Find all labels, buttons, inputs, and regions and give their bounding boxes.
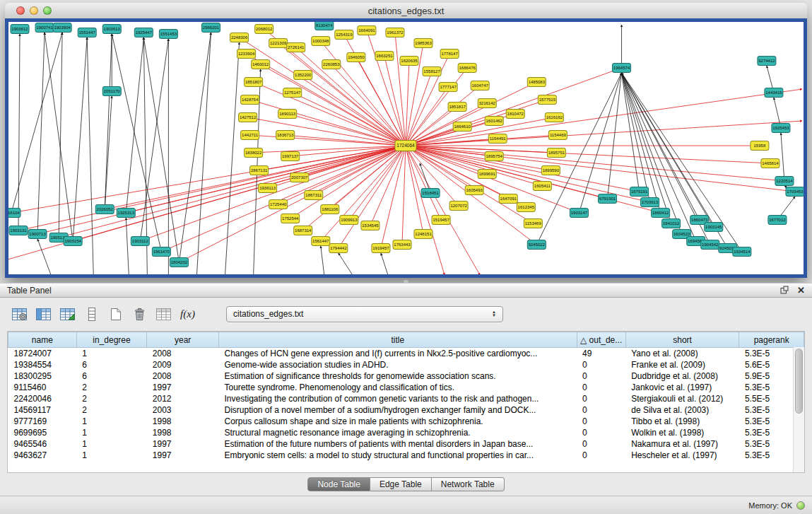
graph-edge[interactable] <box>579 73 621 213</box>
graph-node[interactable]: 1605411 <box>533 182 551 191</box>
graph-node[interactable]: 1836713 <box>276 131 295 140</box>
graph-node[interactable]: 1925313 <box>117 209 135 218</box>
graph-node[interactable]: 1352200 <box>294 71 312 80</box>
graph-edge[interactable] <box>18 34 20 230</box>
graph-node[interactable]: 1909913 <box>340 216 358 225</box>
table-row[interactable]: 946554611997Estimation of the future num… <box>8 438 804 450</box>
table-mode-icon[interactable] <box>10 305 29 323</box>
graph-node[interactable]: 1220514 <box>775 177 794 186</box>
scrollbar-thumb[interactable] <box>795 349 803 414</box>
column-header[interactable]: name <box>8 332 77 348</box>
graph-edge[interactable] <box>331 64 406 146</box>
edit-table-icon[interactable] <box>58 305 77 323</box>
graph-node[interactable]: 1763443 <box>393 240 411 250</box>
graph-edge[interactable] <box>11 146 406 213</box>
graph-edge[interactable] <box>250 135 406 146</box>
graph-node[interactable]: 1890113 <box>278 110 297 119</box>
zoom-window-button[interactable] <box>43 6 52 15</box>
graph-node[interactable]: 1551447 <box>78 28 96 37</box>
tab-node-table[interactable]: Node Table <box>307 477 370 491</box>
graph-node[interactable]: 1233904 <box>237 49 256 59</box>
graph-node[interactable]: 1679191 <box>630 187 649 197</box>
graph-node[interactable]: 3216142 <box>478 99 496 108</box>
table-row[interactable]: 1456911722003Disruption of a novel membe… <box>8 404 804 416</box>
graph-edge[interactable] <box>303 75 406 146</box>
graph-node[interactable]: 2026052 <box>95 205 114 214</box>
table-row[interactable]: 977716911998Corpus callosum shape and si… <box>8 416 804 427</box>
tab-edge-table[interactable]: Edge Table <box>370 477 432 491</box>
graph-node[interactable]: 1838022 <box>245 148 263 158</box>
graph-node[interactable]: 1703913 <box>641 198 659 207</box>
graph-node[interactable]: 1577515 <box>538 95 556 105</box>
graph-edge[interactable] <box>381 253 388 274</box>
graph-node[interactable]: 1860412 <box>652 209 670 218</box>
graph-edge[interactable] <box>196 33 211 274</box>
graph-node[interactable]: 1663251 <box>375 52 394 61</box>
function-builder-icon[interactable]: f(x) <box>178 305 197 323</box>
table-row[interactable]: 969969511998Structural magnetic resonanc… <box>8 427 804 438</box>
graph-node[interactable]: 1851817 <box>448 103 466 112</box>
graph-node[interactable]: 1925447 <box>134 28 153 37</box>
graph-node[interactable]: 1867311 <box>305 191 323 200</box>
table-source-select[interactable]: citations_edges.txt ▲▼ <box>226 306 503 322</box>
graph-edge[interactable] <box>126 37 143 213</box>
graph-node[interactable]: 1687314 <box>294 226 312 235</box>
delete-table-icon[interactable] <box>154 305 173 323</box>
graph-node[interactable]: 1903904 <box>53 23 71 33</box>
graph-node[interactable]: 1561470 <box>152 247 170 257</box>
graph-node[interactable]: 1903145 <box>705 223 723 232</box>
graph-node[interactable]: 1248151 <box>414 230 433 239</box>
graph-edge[interactable] <box>293 93 406 146</box>
graph-edge[interactable] <box>381 146 406 248</box>
graph-node[interactable]: 1518451 <box>421 189 440 198</box>
graph-edge[interactable] <box>248 117 406 146</box>
graph-node[interactable]: 1895751 <box>547 148 565 158</box>
graph-edge[interactable] <box>126 146 406 213</box>
graph-edge[interactable] <box>179 33 211 262</box>
column-header[interactable]: △ out_de... <box>577 332 625 348</box>
graph-node[interactable]: 1903147 <box>570 209 588 218</box>
graph-edge[interactable] <box>406 146 784 181</box>
graph-node[interactable]: 1551453 <box>159 30 177 39</box>
graph-node[interactable]: 1427512 <box>239 113 257 122</box>
graph-edge[interactable] <box>105 96 112 209</box>
table-row[interactable]: 1938455462009Genome-wide association stu… <box>8 359 804 370</box>
graph-node[interactable]: 1534545 <box>361 221 379 230</box>
graph-node[interactable]: 1903612 <box>11 25 29 34</box>
new-table-icon[interactable] <box>106 305 125 323</box>
graph-node[interactable]: 1752544 <box>281 214 300 223</box>
graph-node[interactable]: 1154491 <box>488 134 507 144</box>
graph-edge[interactable] <box>406 146 770 163</box>
graph-node[interactable]: 1465814 <box>761 159 779 168</box>
graph-edge[interactable] <box>406 146 445 274</box>
graph-node[interactable]: 1810472 <box>506 110 524 119</box>
graph-edge[interactable] <box>59 33 62 238</box>
graph-edge[interactable] <box>73 37 87 241</box>
graph-edge[interactable] <box>781 133 784 181</box>
graph-node[interactable]: 1900713 <box>28 230 47 239</box>
graph-node[interactable]: 8130474 <box>315 22 334 30</box>
graph-node[interactable]: 1154469 <box>548 131 567 140</box>
row-height-icon[interactable] <box>82 305 101 323</box>
graph-node[interactable]: 2051170 <box>102 87 121 96</box>
graph-node[interactable]: 1881106 <box>321 205 339 214</box>
graph-node[interactable]: 1725440 <box>269 200 288 209</box>
graph-edge[interactable] <box>161 146 406 252</box>
graph-node[interactable]: 1620635 <box>400 57 418 66</box>
graph-node[interactable]: 1864610 <box>453 122 471 132</box>
table-row[interactable]: 946362711997Embryonic stem cells: a mode… <box>8 450 804 461</box>
table-row[interactable]: 911546021997Tourette syndrome. Phenomeno… <box>8 382 804 393</box>
graph-edge[interactable] <box>370 146 406 226</box>
graph-edge[interactable] <box>406 146 423 234</box>
graph-node[interactable]: 1918104 <box>8 209 20 218</box>
graph-node[interactable]: 1900741 <box>35 23 54 33</box>
graph-node[interactable]: 1903154 <box>64 237 82 246</box>
graph-node[interactable]: 1899691 <box>478 170 496 179</box>
graph-node[interactable]: 1934514 <box>733 247 751 257</box>
graph-node[interactable]: 1605493 <box>465 186 483 195</box>
graph-node[interactable]: 1686476 <box>458 64 476 73</box>
graph-edge[interactable] <box>225 42 240 274</box>
column-header[interactable]: year <box>147 332 219 348</box>
graph-edge[interactable] <box>406 146 795 192</box>
graph-node[interactable]: 9245022 <box>527 240 546 250</box>
